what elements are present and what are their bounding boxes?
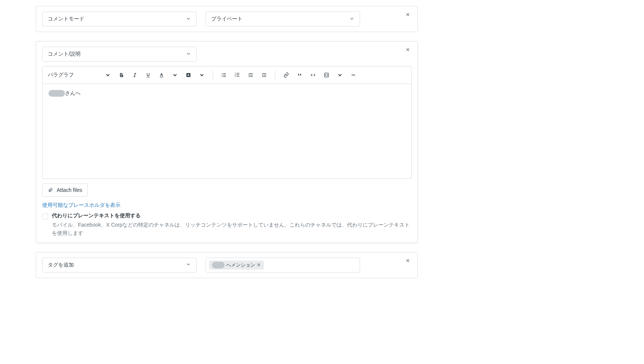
more-dropdown-icon[interactable] — [334, 69, 346, 81]
tag-action-select-value: タグを追加 — [48, 262, 74, 268]
tag-chip: へメンション ✕ — [209, 261, 264, 270]
editor-text: さんへ — [65, 90, 81, 97]
paragraph-style-label: パラグラフ — [48, 72, 74, 78]
plaintext-checkbox[interactable] — [42, 214, 48, 220]
link-icon[interactable] — [281, 69, 292, 81]
italic-icon[interactable] — [129, 69, 140, 81]
attach-files-button[interactable]: Attach files — [42, 183, 88, 197]
svg-rect-12 — [237, 76, 239, 77]
mention-placeholder — [212, 262, 225, 268]
plaintext-checkbox-desc: モバイル、Facebook、X Corpなどの特定のチャネルは、リッチコンテンツ… — [52, 221, 412, 237]
svg-rect-11 — [237, 75, 239, 75]
editor-toolbar: パラグラフ — [42, 66, 412, 84]
underline-icon[interactable] — [143, 69, 154, 81]
svg-text:3: 3 — [235, 75, 236, 77]
comment-type-select[interactable]: コメント/説明 — [42, 47, 197, 62]
tag-input[interactable]: へメンション ✕ — [206, 258, 360, 273]
svg-point-2 — [222, 75, 222, 75]
close-icon[interactable] — [404, 46, 412, 53]
close-icon[interactable] — [404, 257, 412, 264]
comment-type-select-value: コメント/説明 — [48, 51, 81, 57]
paragraph-style-dropdown-icon[interactable] — [102, 69, 113, 81]
svg-rect-6 — [223, 76, 226, 77]
chevron-down-icon — [186, 51, 191, 57]
background-color-dropdown-icon[interactable] — [196, 69, 207, 81]
chevron-down-icon — [349, 16, 354, 22]
comment-mode-select[interactable]: コメントモード — [42, 12, 197, 27]
mention-placeholder — [49, 90, 65, 97]
code-block-icon[interactable] — [321, 69, 332, 81]
outdent-icon[interactable] — [245, 69, 256, 81]
text-color-icon[interactable] — [156, 69, 167, 81]
svg-point-1 — [222, 73, 222, 74]
text-color-dropdown-icon[interactable] — [169, 69, 181, 81]
horizontal-rule-icon[interactable] — [348, 69, 359, 81]
toolbar-separator — [213, 71, 213, 80]
svg-rect-17 — [264, 75, 266, 75]
close-icon[interactable] — [404, 11, 412, 18]
svg-rect-10 — [237, 73, 239, 74]
numbered-list-icon[interactable]: 123 — [232, 69, 243, 81]
chevron-down-icon — [186, 16, 191, 22]
tag-action-select[interactable]: タグを追加 — [42, 258, 197, 273]
comment-editor-card: コメント/説明 パラグラフ — [36, 41, 418, 243]
attach-files-label: Attach files — [57, 187, 82, 193]
show-placeholders-link[interactable]: 使用可能なプレースホルダを表示 — [42, 202, 412, 209]
code-icon[interactable] — [307, 69, 319, 81]
svg-rect-14 — [250, 75, 253, 75]
visibility-select[interactable]: プライベート — [206, 12, 360, 27]
svg-rect-5 — [223, 75, 226, 75]
svg-rect-18 — [262, 76, 266, 77]
comment-mode-select-value: コメントモード — [48, 16, 84, 22]
svg-rect-4 — [223, 73, 226, 74]
plaintext-checkbox-title: 代わりにプレーンテキストを使用する — [52, 212, 412, 219]
editor-content-area[interactable]: さんへ — [42, 84, 412, 179]
bold-icon[interactable] — [116, 69, 127, 81]
background-color-icon[interactable] — [183, 69, 194, 81]
tag-chip-label: へメンション — [226, 262, 255, 268]
svg-point-3 — [222, 76, 222, 77]
comment-mode-card: コメントモード プライベート — [36, 6, 418, 32]
svg-rect-15 — [249, 76, 253, 77]
indent-icon[interactable] — [259, 69, 270, 81]
visibility-select-value: プライベート — [211, 16, 243, 22]
tag-card: タグを追加 へメンション ✕ — [36, 252, 418, 278]
svg-rect-13 — [249, 73, 253, 74]
bullet-list-icon[interactable] — [218, 69, 229, 81]
quote-icon[interactable] — [294, 69, 305, 81]
svg-rect-16 — [262, 73, 266, 74]
chevron-down-icon — [186, 262, 191, 268]
tag-chip-remove-icon[interactable]: ✕ — [257, 262, 261, 268]
toolbar-separator — [275, 71, 275, 80]
